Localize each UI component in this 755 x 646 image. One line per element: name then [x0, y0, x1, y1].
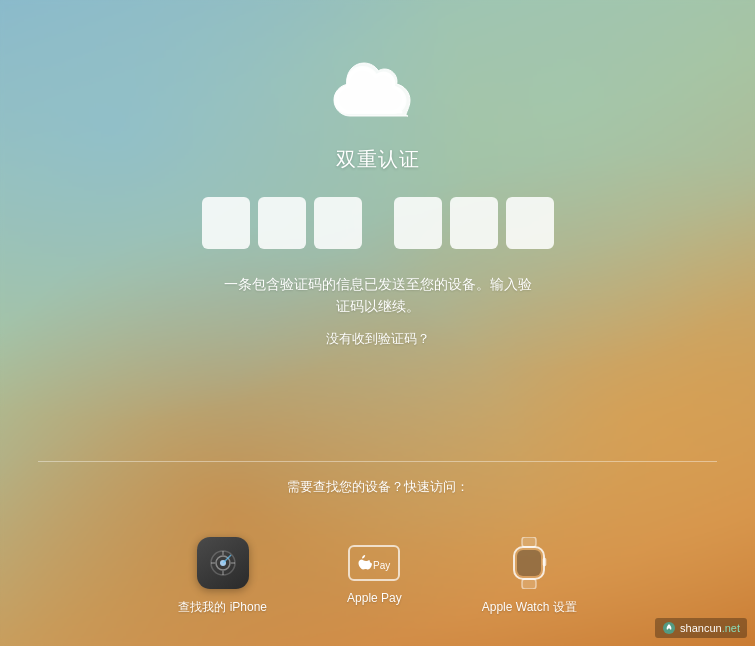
resend-code-link[interactable]: 没有收到验证码？	[326, 330, 430, 348]
apple-watch-label: Apple Watch 设置	[482, 599, 577, 616]
code-box-2[interactable]	[258, 197, 306, 249]
code-box-6[interactable]	[506, 197, 554, 249]
page-title: 双重认证	[336, 146, 420, 173]
code-box-5[interactable]	[450, 197, 498, 249]
find-iphone-icon	[197, 537, 249, 589]
svg-text:Pay: Pay	[373, 560, 390, 571]
cloud-icon	[328, 60, 428, 130]
apple-pay-item[interactable]: Pay Apple Pay	[347, 537, 402, 605]
svg-rect-9	[522, 537, 536, 547]
code-box-1[interactable]	[202, 197, 250, 249]
apple-watch-icon	[509, 537, 549, 589]
quick-access-section: 需要查找您的设备？快速访问：	[0, 461, 755, 496]
code-box-4[interactable]	[394, 197, 442, 249]
find-iphone-item[interactable]: 查找我的 iPhone	[178, 537, 267, 616]
divider	[38, 461, 718, 462]
svg-rect-13	[543, 558, 546, 566]
watermark-leaf-icon	[662, 621, 676, 635]
find-iphone-label: 查找我的 iPhone	[178, 599, 267, 616]
code-box-3[interactable]	[314, 197, 362, 249]
code-box-spacer	[370, 197, 386, 249]
apple-pay-icon: Pay	[348, 545, 400, 581]
svg-rect-10	[522, 579, 536, 589]
svg-rect-12	[517, 550, 541, 576]
apple-pay-label: Apple Pay	[347, 591, 402, 605]
quick-access-label: 需要查找您的设备？快速访问：	[287, 478, 469, 496]
verification-code-input[interactable]	[202, 197, 554, 249]
apple-watch-item[interactable]: Apple Watch 设置	[482, 537, 577, 616]
description-text: 一条包含验证码的信息已发送至您的设备。输入验证码以继续。	[218, 273, 538, 318]
watermark: shancun.net	[655, 618, 747, 638]
watermark-text: shancun.net	[680, 622, 740, 634]
quick-access-icons: 查找我的 iPhone Pay Apple Pay	[0, 537, 755, 616]
